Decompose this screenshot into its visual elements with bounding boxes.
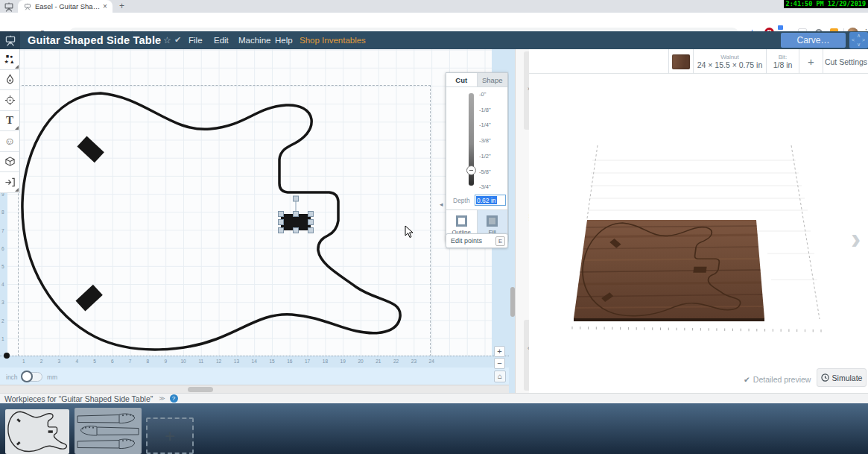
h-ruler-label: 2 <box>40 359 43 364</box>
workpieces-collapse-icon[interactable]: ≫ <box>159 395 165 402</box>
smiley-icon: ☺ <box>4 135 15 147</box>
pen-tool-button[interactable] <box>0 70 20 91</box>
detailed-preview-toggle[interactable]: ✔Detailed preview <box>744 375 811 384</box>
shop-inventables-link[interactable]: Shop Inventables <box>300 36 366 45</box>
units-row: inch mm <box>0 368 509 385</box>
unit-toggle-knob[interactable] <box>21 371 33 382</box>
workpiece-body-preview <box>5 409 69 454</box>
preview-scene[interactable] <box>529 74 868 393</box>
h-ruler-label: 4 <box>75 359 78 364</box>
h-scrollbar[interactable] <box>0 385 509 393</box>
fill-icon <box>487 215 498 227</box>
edit-points-label: Edit points <box>446 237 495 245</box>
depth-slider-tick-label: -5/8" <box>479 168 491 174</box>
edit-points-shortcut: E <box>495 236 505 246</box>
material-info-cell[interactable]: Walnut 24 × 15.5 × 0.75 in <box>694 49 767 74</box>
tab-cut[interactable]: Cut <box>446 73 478 86</box>
guitar-outline-path[interactable] <box>22 93 400 350</box>
shapes-tool-button[interactable]: ■●★▲ <box>0 49 20 70</box>
tab-title: Easel - Guitar Shaped Side Table <box>35 2 101 10</box>
easel-logo-icon[interactable] <box>0 31 20 49</box>
favorite-star-icon[interactable]: ☆ <box>163 35 171 45</box>
cube-icon <box>4 156 16 167</box>
jog-up-icon[interactable]: ∧ <box>857 33 861 39</box>
workpieces-label: Workpieces for “Guitar Shaped Side Table… <box>4 394 153 403</box>
jog-down-icon[interactable]: ∨ <box>857 42 861 48</box>
new-tab-button[interactable]: + <box>119 1 124 11</box>
menu-edit[interactable]: Edit <box>214 36 229 45</box>
add-workpiece-plus: + <box>165 427 175 445</box>
preview-ruler-ticks <box>572 327 821 332</box>
material-swatch-cell[interactable] <box>669 49 694 74</box>
tab-shape[interactable]: Shape <box>478 73 508 86</box>
h-ruler-label: 5 <box>93 359 96 364</box>
h-ruler-label: 17 <box>305 359 310 364</box>
workpieces-header[interactable]: Workpieces for “Guitar Shaped Side Table… <box>0 393 868 403</box>
h-ruler-label: 20 <box>358 359 363 364</box>
workpiece-thumbnail-necks[interactable] <box>75 408 142 454</box>
edit-points-button[interactable]: Edit points E <box>446 233 508 248</box>
h-ruler-label: 15 <box>269 359 274 364</box>
cut-settings-button[interactable]: Cut Settings <box>825 57 867 66</box>
tab-close-icon[interactable]: × <box>103 2 107 10</box>
workpiece-thumbnail-body[interactable] <box>5 409 69 454</box>
panel-divider[interactable]: » ⋮ « <box>509 49 529 393</box>
wood-swatch[interactable] <box>672 54 690 69</box>
h-ruler-label: 7 <box>129 359 132 364</box>
material-tool-button[interactable] <box>0 152 20 173</box>
jog-left-icon[interactable]: < <box>852 37 855 42</box>
drill-point-icon <box>4 95 16 106</box>
jog-right-icon[interactable]: > <box>862 37 865 42</box>
menu-help[interactable]: Help <box>275 36 293 45</box>
h-ruler-label: 8 <box>147 359 150 364</box>
h-ruler-label: 16 <box>287 359 292 364</box>
zoom-out-button[interactable]: − <box>494 358 505 369</box>
v-scrollbar-thumb[interactable] <box>510 287 515 317</box>
selection-handles[interactable] <box>279 196 314 233</box>
zoom-in-button[interactable]: + <box>494 346 505 357</box>
h-ruler-label: 14 <box>252 359 257 364</box>
zoom-home-button[interactable]: ⌂ <box>494 371 506 382</box>
h-scrollbar-thumb[interactable] <box>188 387 213 392</box>
depth-input[interactable]: 0.62 in <box>475 195 506 206</box>
v-ruler-label: 5 <box>1 264 4 269</box>
import-tool-button[interactable] <box>0 172 20 193</box>
icons-tool-button[interactable]: ☺ <box>0 131 20 152</box>
browser-tab[interactable]: Easel - Guitar Shaped Side Table × <box>18 0 113 13</box>
simulate-label: Simulate <box>832 373 863 382</box>
h-ruler-label: 11 <box>198 359 203 364</box>
drill-tool-button[interactable] <box>0 90 20 111</box>
workpieces-help-icon[interactable]: ? <box>170 394 178 403</box>
depth-slider-labels: -0"-1/8"-1/4"-3/8"-1/2"-5/8"-3/4" <box>446 87 507 193</box>
next-workpiece-arrow[interactable]: › <box>851 224 861 253</box>
cut-settings-cell[interactable]: Cut Settings <box>823 49 868 74</box>
menu-file[interactable]: File <box>189 36 203 45</box>
add-bit-cell[interactable]: + <box>799 49 823 74</box>
text-tool-button[interactable]: T <box>0 111 20 132</box>
depth-slider-tick-label: -1/4" <box>479 122 491 128</box>
divider-rail[interactable]: » ⋮ « <box>515 49 529 393</box>
preview-panel[interactable]: Walnut 24 × 15.5 × 0.75 in Bit: 1/8 in +… <box>529 49 868 393</box>
design-canvas-panel[interactable]: 123456789 123456789101112131415161718192… <box>0 49 509 393</box>
workpieces-section: Workpieces for “Guitar Shaped Side Table… <box>0 393 868 454</box>
depth-slider-handle[interactable] <box>466 165 476 175</box>
design-drawing[interactable] <box>0 49 509 365</box>
tab-favicon-easel-icon <box>24 0 31 13</box>
workpiece-necks-preview <box>75 408 142 454</box>
h-ruler-label: 9 <box>164 359 167 364</box>
panel-collapse-icon[interactable]: ◂ <box>440 201 443 208</box>
origin-marker <box>4 353 10 359</box>
carve-button[interactable]: Carve… <box>781 33 846 48</box>
clock-icon <box>821 373 829 382</box>
add-bit-button[interactable]: + <box>808 55 814 68</box>
add-workpiece-button[interactable]: + <box>146 417 194 454</box>
h-ruler-label: 23 <box>411 359 416 364</box>
v-ruler-label: 2 <box>1 318 4 323</box>
jog-pad[interactable]: ∧ ∨ < > <box>849 32 868 48</box>
depth-slider-tick-label: -1/8" <box>479 106 491 113</box>
detailed-preview-label: Detailed preview <box>753 375 811 384</box>
pen-icon <box>4 74 16 85</box>
simulate-button[interactable]: Simulate <box>817 368 867 387</box>
menu-machine[interactable]: Machine <box>238 36 270 45</box>
bit-cell[interactable]: Bit: 1/8 in <box>767 49 799 74</box>
